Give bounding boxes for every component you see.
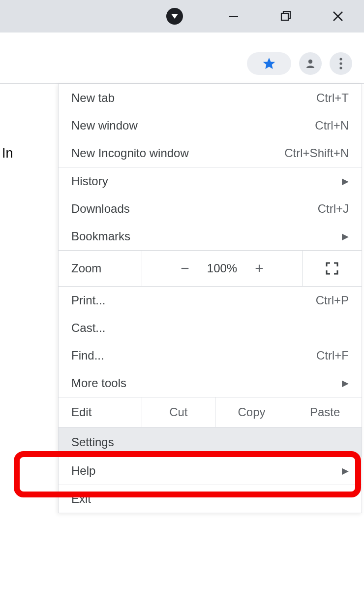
menu-item-new-incognito[interactable]: New Incognito window Ctrl+Shift+N [59,139,362,167]
edit-copy-button[interactable]: Copy [215,397,289,427]
menu-item-label: Downloads [71,202,130,216]
fullscreen-button[interactable] [303,251,362,286]
chevron-right-icon: ▶ [342,231,349,242]
window-maximize-button[interactable] [274,5,297,28]
svg-point-6 [308,59,312,63]
page-partial-text: In [2,146,13,161]
zoom-controls: − 100% + [142,251,303,286]
menu-item-label: New Incognito window [71,146,189,160]
profile-button[interactable] [299,52,322,75]
zoom-in-button[interactable]: + [255,260,264,277]
menu-item-label: Settings [71,435,114,449]
menu-item-label: Cast... [71,321,105,335]
menu-item-label: History [71,174,108,188]
zoom-label: Zoom [59,251,142,286]
chevron-right-icon: ▶ [342,465,349,476]
menu-item-shortcut: Ctrl+N [315,119,349,132]
close-icon [332,10,344,22]
menu-item-cast[interactable]: Cast... [59,314,362,342]
menu-item-label: More tools [71,376,126,390]
menu-item-shortcut: Ctrl+P [316,294,349,307]
zoom-out-button[interactable]: − [181,260,189,277]
menu-edit-row: Edit Cut Copy Paste [59,397,362,427]
svg-rect-1 [229,16,238,17]
chevron-right-icon: ▶ [342,378,349,389]
edit-label: Edit [59,397,142,427]
fullscreen-icon [326,262,338,275]
menu-item-downloads[interactable]: Downloads Ctrl+J [59,195,362,223]
window-titlebar [0,0,364,33]
titlebar-dropdown-button[interactable] [166,8,183,25]
menu-item-history[interactable]: History ▶ [59,167,362,195]
dropdown-triangle-icon [171,14,178,19]
chrome-menu: New tab Ctrl+T New window Ctrl+N New Inc… [58,84,362,513]
window-minimize-button[interactable] [222,5,245,28]
menu-item-label: New window [71,119,138,132]
menu-item-label: Help [71,464,95,478]
window-close-button[interactable] [327,5,349,28]
chrome-menu-button[interactable] [330,52,352,75]
menu-zoom-row: Zoom − 100% + [59,250,362,287]
zoom-level: 100% [207,262,237,275]
menu-item-help[interactable]: Help ▶ [59,457,362,485]
svg-marker-0 [171,14,178,19]
star-icon [262,57,276,70]
maximize-icon [280,10,292,22]
menu-item-shortcut: Ctrl+T [316,91,349,105]
menu-item-label: Find... [71,349,104,362]
svg-point-9 [339,66,342,69]
menu-item-exit[interactable]: Exit [59,485,362,513]
menu-item-shortcut: Ctrl+F [316,349,349,362]
menu-item-shortcut: Ctrl+Shift+N [284,146,349,160]
svg-marker-5 [263,58,275,69]
menu-item-settings[interactable]: Settings [59,427,362,457]
menu-item-shortcut: Ctrl+J [318,202,349,216]
menu-item-new-window[interactable]: New window Ctrl+N [59,112,362,139]
menu-item-find[interactable]: Find... Ctrl+F [59,342,362,369]
svg-point-8 [339,62,342,65]
menu-item-label: Exit [71,492,91,506]
kebab-icon [339,58,342,69]
edit-paste-button[interactable]: Paste [288,397,362,427]
minimize-icon [228,11,239,22]
menu-item-label: Bookmarks [71,230,130,243]
menu-item-print[interactable]: Print... Ctrl+P [59,287,362,314]
chevron-right-icon: ▶ [342,176,349,187]
browser-toolbar [0,43,364,84]
menu-item-label: Print... [71,294,105,307]
svg-point-7 [339,58,342,60]
menu-item-label: New tab [71,91,115,105]
person-icon [304,58,316,69]
menu-item-bookmarks[interactable]: Bookmarks ▶ [59,223,362,250]
menu-item-new-tab[interactable]: New tab Ctrl+T [59,84,362,112]
svg-rect-2 [281,13,288,20]
menu-item-more-tools[interactable]: More tools ▶ [59,369,362,397]
bookmark-star-button[interactable] [247,52,291,75]
edit-cut-button[interactable]: Cut [142,397,215,427]
